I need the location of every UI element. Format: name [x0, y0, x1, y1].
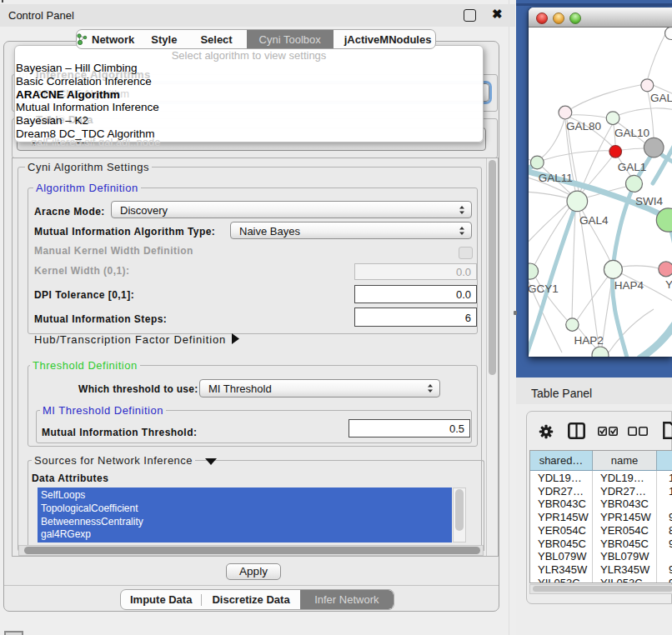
svg-text:GCY1: GCY1	[529, 282, 559, 295]
svg-text:GAL11: GAL11	[539, 172, 573, 184]
svg-text:GAL10: GAL10	[614, 127, 649, 139]
svg-text:GAL80: GAL80	[566, 120, 601, 132]
svg-text:Y: Y	[665, 278, 672, 291]
svg-text:SWI4: SWI4	[635, 195, 663, 208]
svg-text:GAL2: GAL2	[650, 92, 672, 104]
svg-text:HAP4: HAP4	[614, 279, 644, 292]
svg-text:HAP2: HAP2	[574, 334, 604, 347]
svg-text:GAL1: GAL1	[618, 161, 647, 173]
svg-text:GAL4: GAL4	[579, 214, 609, 227]
